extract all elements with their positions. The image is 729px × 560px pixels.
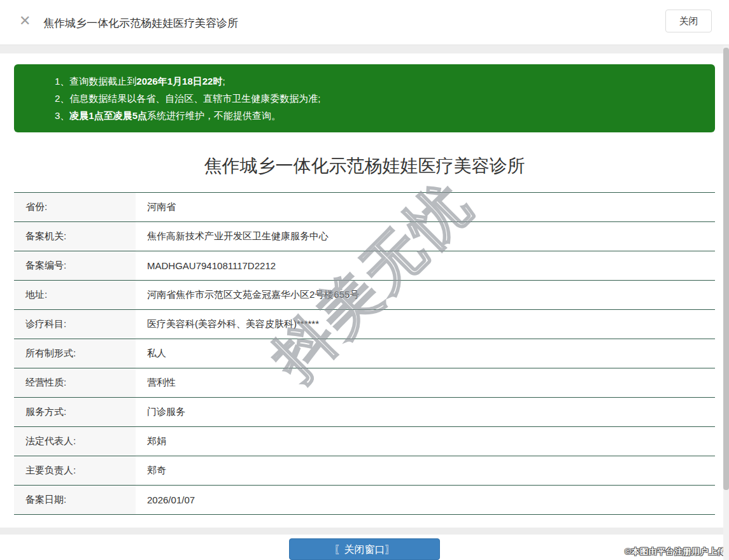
row-label: 省份: [14, 193, 136, 221]
row-value: 河南省 [136, 193, 715, 221]
table-row: 主要负责人: 郏奇 [14, 456, 715, 486]
row-label: 地址: [14, 281, 136, 309]
row-label: 备案编号: [14, 251, 136, 280]
notice-line-1: 1、查询数据截止到2026年1月18日22时; [55, 73, 709, 90]
table-row: 诊疗科目: 医疗美容科(美容外科、美容皮肤科)****** [14, 310, 715, 339]
table-row: 地址: 河南省焦作市示范区文苑金冠嘉华小区2号楼655号 [14, 281, 715, 310]
notice-line-2: 2、信息数据结果以各省、自治区、直辖市卫生健康委数据为准; [55, 90, 709, 107]
table-row: 备案机关: 焦作高新技术产业开发区卫生健康服务中心 [14, 222, 715, 251]
row-label: 主要负责人: [14, 456, 136, 485]
row-label: 经营性质: [14, 368, 136, 397]
row-label: 服务方式: [14, 398, 136, 426]
scrollbar-thumb[interactable] [723, 48, 729, 490]
row-label: 诊疗科目: [14, 310, 136, 339]
row-value: 2026/01/07 [136, 486, 715, 514]
close-x-icon[interactable]: ✕ [19, 14, 31, 28]
row-label: 所有制形式: [14, 339, 136, 368]
scrollbar-track[interactable] [723, 45, 729, 560]
row-label: 备案日期: [14, 486, 136, 514]
notice-line-3: 3、凌晨1点至凌晨5点系统进行维护，不能提供查询。 [55, 107, 709, 124]
row-value: 河南省焦作市示范区文苑金冠嘉华小区2号楼655号 [136, 281, 715, 309]
table-row: 经营性质: 营利性 [14, 368, 715, 398]
header-bar: ✕ 焦作城乡一体化示范杨娃娃医疗美容诊所 关闭 [0, 0, 729, 45]
page-title: 焦作城乡一体化示范杨娃娃医疗美容诊所 [0, 154, 729, 178]
row-value: MADHGAU7941081117D2212 [136, 251, 715, 280]
close-button[interactable]: 关闭 [665, 10, 712, 32]
row-value: 门诊服务 [136, 398, 715, 426]
row-label: 法定代表人: [14, 427, 136, 456]
row-label: 备案机关: [14, 222, 136, 251]
table-row: 备案编号: MADHGAU7941081117D2212 [14, 251, 715, 281]
row-value: 私人 [136, 339, 715, 368]
header-title: 焦作城乡一体化示范杨娃娃医疗美容诊所 [43, 16, 238, 31]
row-value: 焦作高新技术产业开发区卫生健康服务中心 [136, 222, 715, 251]
table-row: 备案日期: 2026/01/07 [14, 486, 715, 515]
row-value: 医疗美容科(美容外科、美容皮肤科)****** [136, 310, 715, 339]
copyright-watermark: ©本图由平台注册用户上传 [625, 546, 726, 557]
row-value: 郑娟 [136, 427, 715, 456]
table-row: 法定代表人: 郑娟 [14, 427, 715, 456]
table-row: 省份: 河南省 [14, 193, 715, 222]
table-row: 服务方式: 门诊服务 [14, 398, 715, 427]
footer-separator [0, 528, 729, 535]
notice-box: 1、查询数据截止到2026年1月18日22时; 2、信息数据结果以各省、自治区、… [14, 64, 715, 132]
header-separator [0, 45, 729, 53]
row-value: 郏奇 [136, 456, 715, 485]
table-row: 所有制形式: 私人 [14, 339, 715, 368]
row-value: 营利性 [136, 368, 715, 397]
record-table: 省份: 河南省 备案机关: 焦作高新技术产业开发区卫生健康服务中心 备案编号: … [14, 192, 715, 515]
close-window-button[interactable]: 〖关闭窗口〗 [289, 538, 440, 560]
